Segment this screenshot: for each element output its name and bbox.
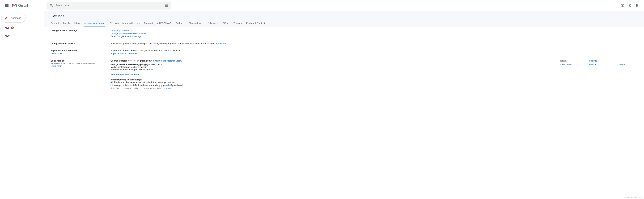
search-bar <box>46 1 172 9</box>
compose-button[interactable]: Compose <box>2 14 25 22</box>
work-learn-more-link[interactable]: Learn more <box>215 42 226 45</box>
settings-button[interactable] <box>627 2 634 9</box>
section-title: Import mail and contacts: <box>51 49 108 52</box>
change-password-link[interactable]: Change password <box>110 29 129 32</box>
import-text: Import from Yahoo!, Hotmail, AOL, or oth… <box>110 49 638 52</box>
alias-default-label: default <box>560 59 579 62</box>
svg-point-8 <box>636 6 637 7</box>
nav-meet-label: Meet <box>5 34 10 37</box>
nav-mail[interactable]: ▸ Mail 1 <box>2 25 44 30</box>
section-gmail-for-work: Using Gmail for work? Businesses get you… <box>51 40 638 47</box>
svg-point-1 <box>622 6 623 6</box>
tab-inbox[interactable]: Inbox <box>74 20 80 27</box>
alias-edit-link[interactable]: edit info <box>589 63 608 66</box>
tab-offline[interactable]: Offline <box>222 20 229 27</box>
gmail-logo[interactable]: Gmail <box>12 3 43 8</box>
svg-point-4 <box>638 4 639 5</box>
pencil-icon <box>4 16 8 20</box>
svg-point-10 <box>638 6 639 7</box>
alias-make-default-link[interactable]: make default <box>560 63 579 66</box>
work-text: Businesses get yourname@example.com emai… <box>110 42 215 45</box>
reply-option-label: Always reply from default address (curre… <box>114 84 183 86</box>
reply-radio-same[interactable] <box>110 81 113 83</box>
tab-advanced[interactable]: Advanced <box>208 20 218 27</box>
page-title: Settings <box>51 14 644 18</box>
svg-point-6 <box>638 5 638 6</box>
nav-meet-section: ▸ Meet <box>0 33 44 38</box>
help-icon <box>620 4 624 7</box>
tab-general[interactable]: General <box>51 20 59 27</box>
section-subtitle: (Use Gmail to send from your other email… <box>51 62 108 64</box>
reply-option-label: Reply from the same address to which the… <box>114 81 176 84</box>
gear-icon <box>628 4 632 7</box>
app-header: Gmail <box>0 0 644 11</box>
nav-mail-section: ▸ Mail 1 <box>0 25 44 30</box>
alias-delete-link[interactable]: delete <box>619 63 638 66</box>
app-name-text: Gmail <box>18 3 28 8</box>
section-send-mail-as: Send mail as: (Use Gmail to send from yo… <box>51 57 638 91</box>
section-title: Change account settings: <box>51 29 108 32</box>
search-icon <box>50 4 53 7</box>
gmail-icon <box>12 4 17 7</box>
add-another-email-link[interactable]: Add another email address <box>110 73 140 76</box>
alias-row-primary: George Garside <••••••••••@gmail.com> Sw… <box>110 59 638 62</box>
nav-meet[interactable]: ▸ Meet <box>2 33 44 38</box>
svg-point-7 <box>638 5 639 6</box>
main-menu-button[interactable] <box>3 1 11 10</box>
header-actions <box>619 2 641 9</box>
import-learn-more-link[interactable]: Learn more <box>51 52 62 55</box>
tab-forwarding-and-pop-imap[interactable]: Forwarding and POP/IMAP <box>144 20 171 27</box>
change-recovery-link[interactable]: Change password recovery options <box>110 32 146 35</box>
ssl-link[interactable]: SSL <box>149 68 154 71</box>
hamburger-icon <box>6 5 8 6</box>
import-mail-link[interactable]: Import mail and contacts <box>110 52 137 55</box>
reply-heading: When replying to a message: <box>110 78 638 81</box>
google-apps-button[interactable] <box>634 2 641 9</box>
tab-filters-and-blocked-addresses[interactable]: Filters and blocked addresses <box>110 20 140 27</box>
tab-accounts-and-import[interactable]: Accounts and Import <box>84 20 105 27</box>
chevron-right-icon: ▸ <box>2 27 5 29</box>
search-options-button[interactable] <box>163 2 170 9</box>
search-input[interactable] <box>55 4 163 7</box>
svg-point-5 <box>636 5 637 6</box>
section-title: Using Gmail for work? <box>51 42 108 45</box>
tab-chat-and-meet[interactable]: Chat and Meet <box>189 20 204 27</box>
other-settings-link[interactable]: Other Google Account settings <box>110 35 141 38</box>
svg-point-2 <box>636 4 637 5</box>
reply-option-default-address[interactable]: Always reply from default address (curre… <box>110 84 638 86</box>
alias-row-secondary: George Garside <••••••••••@georgegarside… <box>110 63 638 71</box>
section-change-account-settings: Change account settings: Change password… <box>51 27 638 40</box>
tab-add-ons[interactable]: Add-ons <box>176 20 184 27</box>
tune-icon <box>165 4 168 7</box>
section-title: Send mail as: <box>51 59 108 62</box>
alias-name: George Garside <••••••••••@georgegarside… <box>110 63 560 66</box>
compose-label: Compose <box>11 17 21 19</box>
nav-mail-badge: 1 <box>11 26 14 29</box>
nav-mail-label: Mail <box>5 26 9 29</box>
tab-themes[interactable]: Themes <box>234 20 242 27</box>
reply-note-learn-more[interactable]: Learn more <box>162 87 172 89</box>
svg-point-9 <box>638 6 638 7</box>
support-button[interactable] <box>619 2 626 9</box>
alias-smtp-detail: Mail is sent through: smtp.gmail.com <box>110 66 560 68</box>
chevron-right-icon: ▸ <box>2 35 5 37</box>
tab-keyboard-shortcuts[interactable]: Keyboard Shortcuts <box>246 20 266 27</box>
reply-option-same-address[interactable]: Reply from the same address to which the… <box>110 81 638 84</box>
alias-name: George Garside <••••••••••@gmail.com> <box>110 59 152 62</box>
reply-note: (Note: You can change the address at the… <box>110 87 638 89</box>
reply-radio-default[interactable] <box>110 84 113 86</box>
svg-point-3 <box>638 4 638 5</box>
settings-tabs: GeneralLabelsInboxAccounts and ImportFil… <box>44 20 644 27</box>
alias-ssl-detail: Secured connection on port 465 using <box>110 68 149 71</box>
alias-edit-link[interactable]: edit info <box>589 59 608 62</box>
search-button[interactable] <box>48 2 55 9</box>
apps-grid-icon <box>636 4 639 7</box>
main-content: Settings GeneralLabelsInboxAccounts and … <box>44 11 644 91</box>
switch-domain-link[interactable]: Switch to @googlemail.com? <box>153 60 182 62</box>
section-import-mail: Import mail and contacts: Learn more Imp… <box>51 47 638 57</box>
sidebar: Compose ▸ Mail 1 ▸ Meet <box>0 11 44 91</box>
tab-labels[interactable]: Labels <box>63 20 70 27</box>
sendas-learn-more-link[interactable]: Learn more <box>51 65 62 67</box>
